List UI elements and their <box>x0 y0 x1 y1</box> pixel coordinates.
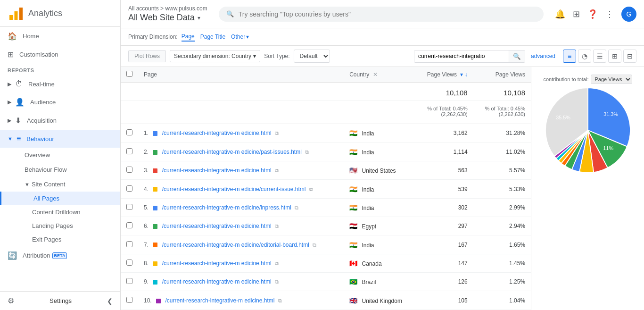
view-custom-icon[interactable]: ⊟ <box>623 50 636 63</box>
row-flag: 🇮🇳 <box>349 204 357 211</box>
account-title[interactable]: All Web Site Data ▾ <box>128 13 207 23</box>
sidebar-navigation: 🏠 Home ⊞ Customisation REPORTS ▶ ⏱ Real-… <box>0 27 120 291</box>
sidebar-footer[interactable]: ⚙ Settings ❮ <box>0 291 120 310</box>
secondary-dim-label: Secondary dimension: Country <box>174 53 251 59</box>
header-page-views-sort[interactable]: Page Views ▾ ↓ <box>415 67 473 83</box>
view-pivot-icon[interactable]: ⊞ <box>608 50 621 63</box>
row-copy-icon[interactable]: ⧉ <box>275 279 279 285</box>
dim-tab-page-title[interactable]: Page Title <box>200 33 225 41</box>
row-country-cell: 🇨🇦 Canada <box>344 254 415 272</box>
secondary-dimension-select[interactable]: Secondary dimension: Country ▾ <box>170 50 260 62</box>
pie-chart: 31.3%11%35.5% <box>545 88 630 173</box>
sidebar-item-attribution[interactable]: 🔄 Attribution BETA <box>0 246 120 265</box>
sidebar-item-behaviour[interactable]: ▼ ≡ Behaviour <box>0 130 120 148</box>
row-copy-icon[interactable]: ⧉ <box>295 205 298 210</box>
row-copy-icon[interactable]: ⧉ <box>313 242 316 248</box>
contribution-metric-select[interactable]: Page Views <box>591 75 632 84</box>
row-copy-icon[interactable]: ⧉ <box>305 149 309 155</box>
row-pct: 2.99% <box>473 198 531 217</box>
row-checkbox[interactable] <box>126 222 132 228</box>
sidebar-item-landing-pages[interactable]: Landing Pages <box>0 219 120 233</box>
sort-type-select[interactable]: Default <box>294 50 330 63</box>
select-all-checkbox[interactable] <box>126 71 132 77</box>
row-page-link[interactable]: /current-research-integrative-m edicine.… <box>162 260 272 267</box>
advanced-link[interactable]: advanced <box>531 53 555 59</box>
row-checkbox[interactable] <box>126 148 132 154</box>
row-checkbox[interactable] <box>126 297 132 303</box>
sidebar-item-exit-pages[interactable]: Exit Pages <box>0 233 120 246</box>
sidebar-item-customisation-label: Customisation <box>19 51 58 58</box>
row-page-link[interactable]: /current-research-integrative-m edicine.… <box>162 167 272 174</box>
more-options-icon[interactable]: ⋮ <box>605 9 614 19</box>
row-page-link[interactable]: /current-research-integrative-m edicine.… <box>162 130 272 136</box>
sidebar-item-audience[interactable]: ▶ 👤 Audience <box>0 93 120 111</box>
attribution-label: Attribution <box>23 252 50 259</box>
row-page-views: 539 <box>415 180 473 198</box>
sidebar-item-acquisition[interactable]: ▶ ⬇ Acquisition <box>0 111 120 130</box>
search-filter-button[interactable]: 🔍 <box>509 50 525 62</box>
row-copy-icon[interactable]: ⧉ <box>309 186 313 192</box>
table-row: 10. /current-research-integrative-m edic… <box>121 291 531 310</box>
table-container: Page Country ✕ Page Views ▾ ↓ Page Views <box>121 67 644 310</box>
row-page-link[interactable]: /current-research-integrative-m edicine.… <box>162 278 272 285</box>
row-page-cell: 2. /current-research-integrative-m edici… <box>138 142 344 161</box>
search-filter-input[interactable] <box>414 50 509 62</box>
global-search-input[interactable] <box>239 10 536 18</box>
row-number: 2. <box>144 149 149 155</box>
header-country: Country ✕ <box>344 67 415 83</box>
account-dropdown-arrow: ▾ <box>198 15 200 21</box>
sidebar-item-all-pages[interactable]: All Pages <box>0 192 120 205</box>
sidebar-item-home[interactable]: 🏠 Home <box>0 27 120 45</box>
row-page-link[interactable]: /current-research-integrative-m edicine/… <box>162 149 302 155</box>
row-number: 3. <box>144 167 149 174</box>
sidebar-item-content-drilldown[interactable]: Content Drilldown <box>0 205 120 219</box>
view-table-icon[interactable]: ≡ <box>563 50 576 63</box>
row-flag: 🇬🇧 <box>349 297 357 304</box>
dim-tab-other[interactable]: Other ▾ <box>231 34 249 40</box>
row-checkbox[interactable] <box>126 167 132 173</box>
row-checkbox[interactable] <box>126 260 132 266</box>
row-checkbox[interactable] <box>126 278 132 284</box>
sidebar-item-overview[interactable]: Overview <box>0 148 120 162</box>
row-checkbox[interactable] <box>126 185 132 192</box>
row-copy-icon[interactable]: ⧉ <box>275 168 279 173</box>
row-copy-icon[interactable]: ⧉ <box>275 223 279 229</box>
row-checkbox[interactable] <box>126 241 132 247</box>
global-search-bar[interactable]: 🔍 <box>219 7 544 22</box>
row-checkbox[interactable] <box>126 129 132 135</box>
overview-label: Overview <box>25 151 50 159</box>
sort-desc-icon: ↓ <box>465 71 468 78</box>
row-country: India <box>362 186 374 193</box>
sidebar-item-behaviour-flow[interactable]: Behaviour Flow <box>0 162 120 177</box>
row-page-link[interactable]: /current-research-integrative-m edicine/… <box>162 186 306 193</box>
help-icon[interactable]: ❓ <box>587 9 598 19</box>
avatar[interactable]: G <box>621 7 636 22</box>
row-page-link[interactable]: /current-research-integrative-m edicine/… <box>162 242 309 248</box>
row-page-cell: 4. /current-research-integrative-m edici… <box>138 180 344 198</box>
total-pct-row: % of Total: 0.45%(2,262,630) % of Total:… <box>121 101 531 124</box>
sidebar-item-site-content[interactable]: ▼ Site Content <box>0 177 120 192</box>
plot-rows-button[interactable]: Plot Rows <box>128 50 166 62</box>
table-row: 4. /current-research-integrative-m edici… <box>121 180 531 198</box>
dim-tab-page[interactable]: Page <box>182 32 195 42</box>
row-checkbox-cell <box>121 142 138 161</box>
behaviour-icon: ≡ <box>17 134 21 143</box>
view-bar-icon[interactable]: ☰ <box>593 50 606 63</box>
row-copy-icon[interactable]: ⧉ <box>275 260 279 266</box>
country-filter-icon[interactable]: ✕ <box>373 71 378 78</box>
notifications-icon[interactable]: 🔔 <box>555 9 565 19</box>
table-row: 5. /current-research-integrative-m edici… <box>121 198 531 217</box>
row-copy-icon[interactable]: ⧉ <box>278 298 282 303</box>
account-info: All accounts > www.pulsus.com All Web Si… <box>128 5 207 23</box>
row-page-link[interactable]: /current-research-integrative-m edicine.… <box>165 297 274 304</box>
row-checkbox[interactable] <box>126 204 132 210</box>
row-page-link[interactable]: /current-research-integrative-m edicine/… <box>162 204 291 211</box>
view-pie-icon[interactable]: ◔ <box>578 50 591 63</box>
sidebar-item-customisation[interactable]: ⊞ Customisation <box>0 45 120 64</box>
row-country-cell: 🇧🇷 Brazil <box>344 273 415 291</box>
row-page-link[interactable]: /current-research-integrative-m edicine.… <box>162 223 272 229</box>
row-page-views: 105 <box>415 291 473 310</box>
row-copy-icon[interactable]: ⧉ <box>275 130 279 136</box>
apps-icon[interactable]: ⊞ <box>573 9 580 19</box>
sidebar-item-realtime[interactable]: ▶ ⏱ Real-time <box>0 75 120 93</box>
